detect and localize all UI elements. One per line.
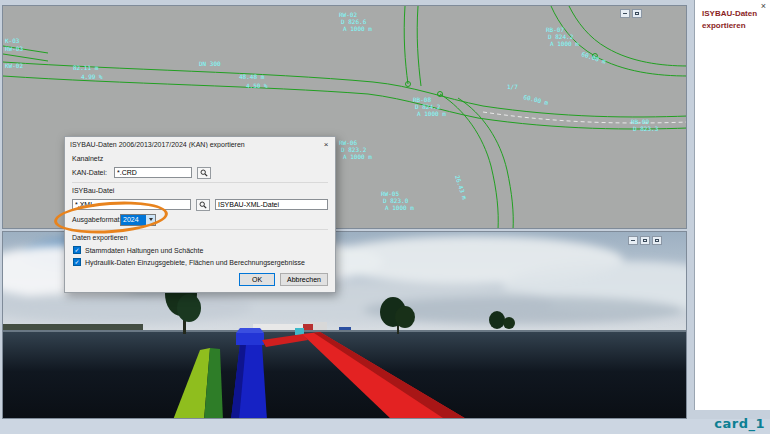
cad-label: 26.43 m: [454, 174, 469, 201]
cad-label: D 824.2: [415, 103, 441, 110]
group-daten: Daten exportieren: [72, 234, 328, 242]
cad-label: RB-07: [546, 26, 564, 33]
3d-window-controls: [628, 236, 662, 245]
group-isybau: ISYBau-Datei: [72, 187, 328, 195]
cad-label: K-03: [5, 37, 20, 44]
cad-label: KW-02: [5, 62, 23, 69]
cad-label: A 1000 m: [385, 204, 414, 211]
dialog-titlebar[interactable]: ISYBAU-Daten 2006/2013/2017/2024 (KAN) e…: [65, 137, 335, 151]
card1-logo: card_1: [714, 416, 765, 431]
format-select[interactable]: 2024: [120, 214, 156, 226]
cad-window-controls: [620, 9, 642, 18]
cad-label: RW-06: [339, 139, 357, 146]
cad-label: 1/7: [507, 83, 518, 90]
export-dialog: ISYBAU-Daten 2006/2013/2017/2024 (KAN) e…: [64, 136, 336, 293]
cad-label: A 1000 m: [550, 40, 579, 47]
kan-file-input[interactable]: [114, 167, 192, 178]
ground: [3, 332, 687, 419]
checkbox-hydraulik-label: Hydraulik-Daten Einzugsgebiete, Flächen …: [85, 259, 305, 266]
magnifier-icon: [200, 169, 208, 177]
cad-label: D 823.2: [341, 146, 367, 153]
magnifier-icon: [199, 201, 207, 209]
ok-button[interactable]: OK: [239, 273, 275, 286]
sidebar-title: ISYBAU-Daten exportieren: [695, 0, 770, 32]
cad-label: D 823.3: [633, 125, 659, 132]
cad-label: A 1000 m: [417, 110, 446, 117]
cad-label: 60.00 m: [523, 93, 550, 106]
cad-label: A 1000 m: [343, 153, 372, 160]
kan-file-label: KAN-Datei:: [72, 169, 114, 176]
xml-name-input[interactable]: [215, 199, 328, 210]
cad-label: 82.11 m: [73, 64, 99, 71]
cad-label: 4.99 %: [81, 73, 103, 80]
format-label: Ausgabeformat:: [72, 216, 120, 223]
cad-label: RW-03: [5, 45, 23, 52]
cad-label: D 823.0: [383, 197, 409, 204]
cad-label: RB-08: [413, 96, 431, 103]
cancel-button[interactable]: Abbrechen: [280, 273, 328, 286]
checkbox-stammdaten-label: Stammdaten Haltungen und Schächte: [85, 247, 203, 254]
cad-label: D 824.2: [548, 33, 574, 40]
format-selected-value: 2024: [121, 215, 146, 225]
checkbox-stammdaten[interactable]: ✓: [73, 246, 81, 254]
help-sidebar: × ISYBAU-Daten exportieren: [694, 0, 770, 410]
cad-label: 48.48 m: [239, 73, 265, 80]
application-window: RW-02D 826.6A 1000 mRB-07D 824.2A 1000 m…: [0, 0, 770, 434]
status-bar: [0, 419, 770, 434]
manhole-blue: [236, 333, 264, 345]
kan-browse-button[interactable]: [197, 167, 211, 179]
chevron-down-icon[interactable]: [146, 215, 155, 225]
cad-label: 60.00 m: [581, 50, 608, 65]
close-icon[interactable]: ×: [317, 140, 335, 149]
minimize-icon[interactable]: [628, 236, 638, 245]
restore-icon[interactable]: [632, 9, 642, 18]
xml-browse-button[interactable]: [196, 199, 210, 211]
cad-label: RW-02: [339, 11, 357, 18]
checkbox-hydraulik[interactable]: ✓: [73, 258, 81, 266]
cad-label: DN 300: [199, 60, 221, 67]
separator: [72, 229, 328, 230]
cad-label: RW-05: [381, 190, 399, 197]
minimize-icon[interactable]: [620, 9, 630, 18]
xml-file-input[interactable]: [72, 199, 191, 210]
cad-label: A 1000 m: [343, 25, 372, 32]
dialog-title: ISYBAU-Daten 2006/2013/2017/2024 (KAN) e…: [70, 141, 317, 148]
maximize-icon[interactable]: [652, 236, 662, 245]
cad-label: RB-09: [631, 118, 649, 125]
group-kanalnetz: Kanalnetz: [72, 155, 328, 163]
close-icon[interactable]: ×: [761, 1, 766, 11]
cad-label: 4.50 %: [246, 82, 268, 89]
cad-label: D 826.6: [341, 18, 367, 25]
restore-icon[interactable]: [640, 236, 650, 245]
separator: [72, 182, 328, 183]
